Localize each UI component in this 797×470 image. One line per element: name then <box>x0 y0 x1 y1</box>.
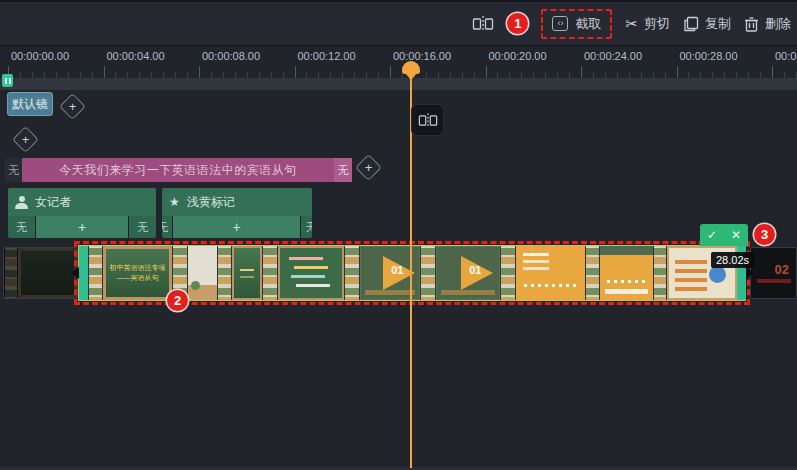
trim-confirm-panel: ✓ ✕ <box>700 224 748 246</box>
marker-add-button[interactable]: + <box>36 216 128 238</box>
clip-frame-orange-dots <box>516 246 585 300</box>
subtitle-clip[interactable]: 今天我们来学习一下英语语法中的宾语从句 <box>22 158 334 182</box>
subtitle-text: 今天我们来学习一下英语语法中的宾语从句 <box>59 162 297 179</box>
track-lane-divider <box>0 78 797 90</box>
clip-frame-strip <box>500 246 516 300</box>
subtitle-fade-in-tag[interactable]: 无 <box>5 158 22 182</box>
selection-duration-badge: 28.02s <box>711 252 754 268</box>
trim-handle-left[interactable] <box>79 246 88 300</box>
delete-button[interactable]: 删除 <box>744 15 791 33</box>
cancel-x-button[interactable]: ✕ <box>724 224 748 246</box>
trim-arrow-right-icon[interactable] <box>746 267 754 279</box>
clip-frame-strip <box>420 246 436 300</box>
clip-frame-text: 01 <box>391 264 403 276</box>
marker-left-tag[interactable]: 无 <box>8 216 35 238</box>
clip-frame-strip <box>262 246 278 300</box>
clip-frame-text: 01 <box>469 264 481 276</box>
ruler-label: 00:00:28.00 <box>680 50 738 62</box>
ruler-tick <box>104 66 105 78</box>
annotation-step-3-number: 3 <box>761 227 768 242</box>
ruler-tick <box>677 66 678 78</box>
subtitle-track: 无 今天我们来学习一下英语语法中的宾语从句 无 + <box>0 158 797 182</box>
copy-icon <box>683 16 699 32</box>
cut-button-label: 剪切 <box>644 15 670 33</box>
ruler-tick <box>295 66 296 78</box>
clip-frame-strip <box>653 246 667 300</box>
split-icon <box>418 112 438 129</box>
marker-right-tag[interactable]: 无 <box>301 216 312 238</box>
crop-button-highlight[interactable]: ‹› 截取 <box>541 9 612 39</box>
marker-block-title: 女记者 <box>35 194 71 211</box>
confirm-check-button[interactable]: ✓ <box>700 224 724 246</box>
video-track: ✓ ✕ 28.02s 初中英语语法专项 ——宾语从句0101 02 <box>0 244 797 304</box>
cut-button[interactable]: ✂ 剪切 <box>625 15 670 33</box>
ruler-tick <box>772 66 773 78</box>
copy-button-label: 复制 <box>705 15 731 33</box>
ruler-tick <box>486 66 487 78</box>
clip-frame-orange-header <box>600 246 653 300</box>
marker-block-reporter[interactable]: 女记者 无 + 无 <box>8 188 156 238</box>
ruler-label: 00:00:12.00 <box>298 50 356 62</box>
star-icon: ★ <box>169 196 180 208</box>
default-camera-label: 默认镜 <box>12 96 48 113</box>
ruler-label: 00:00:16.00 <box>393 50 451 62</box>
timeline-panel: 1 ‹› 截取 ✂ 剪切 复制 删除 <box>0 0 797 470</box>
marker-block-header: ★ 浅黄标记 <box>162 188 312 216</box>
split-button[interactable] <box>472 15 494 33</box>
marker-right-tag-text: 无 <box>306 220 313 235</box>
marker-block-title: 浅黄标记 <box>187 194 235 211</box>
plus-icon: + <box>360 159 377 176</box>
trash-icon <box>744 16 759 32</box>
angle-brackets-icon: ‹› <box>552 16 568 31</box>
next-clip-subtitle-bar <box>757 279 791 283</box>
clip-frame-chalk-title: 初中英语语法专项 ——宾语从句 <box>103 246 172 300</box>
plus-icon: + <box>64 98 81 115</box>
marker-block-header: 女记者 <box>8 188 156 216</box>
subtitle-fade-out-tag[interactable]: 无 <box>334 158 352 182</box>
add-keyframe-button-row2[interactable]: + <box>12 126 39 153</box>
marker-left-tag-text: 无 <box>162 220 168 235</box>
marker-block-yellow[interactable]: ★ 浅黄标记 无 + 无 <box>162 188 312 238</box>
marker-block-controls: 无 + 无 <box>162 216 312 238</box>
clip-frame-strip <box>217 246 232 300</box>
timeline-ruler[interactable]: 00:00:00.0000:00:04.0000:00:08.0000:00:1… <box>0 47 797 78</box>
ruler-tick <box>390 66 391 78</box>
ruler-label: 00:00 <box>775 50 797 62</box>
default-camera-button[interactable]: 默认镜 <box>7 92 53 116</box>
clip-frame-classroom <box>188 246 217 300</box>
person-icon <box>15 196 28 209</box>
playhead-handle[interactable] <box>402 61 420 74</box>
add-keyframe-button-camera[interactable]: + <box>59 93 86 120</box>
ruler-label: 00:00:24.00 <box>584 50 642 62</box>
plus-icon: + <box>17 131 34 148</box>
ruler-label: 00:00:04.00 <box>107 50 165 62</box>
crop-button-label: 截取 <box>575 15 601 33</box>
timeline-toolbar: 1 ‹› 截取 ✂ 剪切 复制 删除 <box>0 0 797 46</box>
clip-frame-text: 初中英语语法专项 ——宾语从句 <box>106 249 169 297</box>
trim-arrow-left-icon[interactable] <box>71 267 79 279</box>
clip-frame-strip <box>344 246 360 300</box>
marker-right-tag[interactable]: 无 <box>129 216 156 238</box>
pause-marker-icon[interactable] <box>2 74 13 87</box>
split-icon <box>472 15 494 33</box>
scissors-icon: ✂ <box>625 15 638 33</box>
annotation-step-1-number: 1 <box>514 16 521 31</box>
marker-left-tag[interactable]: 无 <box>162 216 172 238</box>
add-keyframe-button-subtitle[interactable]: + <box>355 154 382 181</box>
split-indicator-badge <box>411 104 444 136</box>
ruler-label: 00:00:00.00 <box>11 50 69 62</box>
marker-add-button[interactable]: + <box>173 216 300 238</box>
previous-clip-dimmed[interactable] <box>3 247 78 299</box>
next-clip-number: 02 <box>775 262 789 277</box>
clip-frame-chalk-small <box>232 246 262 300</box>
clip-frame-strip <box>88 246 103 300</box>
clip-frame-chalk-lines <box>278 246 344 300</box>
clip-frame-strip <box>585 246 600 300</box>
copy-button[interactable]: 复制 <box>683 15 731 33</box>
ruler-tick <box>199 66 200 78</box>
selected-clip-filmstrip[interactable]: 初中英语语法专项 ——宾语从句0101 <box>88 246 737 300</box>
annotation-step-1: 1 <box>507 13 528 34</box>
marker-block-controls: 无 + 无 <box>8 216 156 238</box>
ruler-tick <box>581 66 582 78</box>
next-clip-dimmed[interactable]: 02 <box>750 247 797 299</box>
